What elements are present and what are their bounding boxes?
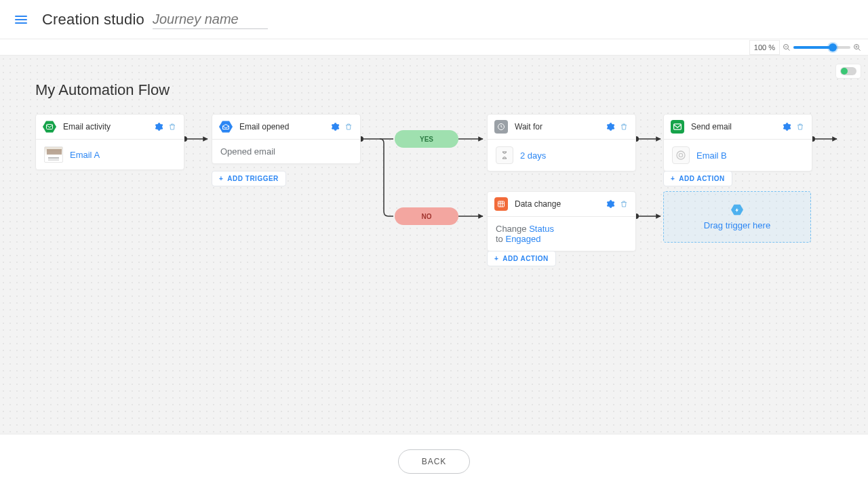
email-opened-icon xyxy=(219,120,233,134)
add-action-label: ADD ACTION xyxy=(502,255,548,262)
zoom-percent: 100 % xyxy=(749,40,780,55)
email-link[interactable]: Email A xyxy=(70,150,100,160)
node-title: Email activity xyxy=(63,122,154,131)
svg-rect-24 xyxy=(498,201,505,207)
add-action-button-2[interactable]: + ADD ACTION xyxy=(487,251,556,266)
node-title: Wait for xyxy=(515,122,606,131)
zoom-slider[interactable] xyxy=(793,46,850,49)
decision-yes[interactable]: YES xyxy=(395,130,458,148)
to-label: to xyxy=(496,234,503,244)
plus-icon: + xyxy=(671,175,675,182)
change-label: Change xyxy=(496,224,527,234)
trash-icon[interactable] xyxy=(795,122,805,131)
node-send-email[interactable]: Send email Email B xyxy=(663,114,812,171)
trash-icon[interactable] xyxy=(619,122,629,131)
email-thumbnail xyxy=(44,146,63,163)
change-field[interactable]: Status xyxy=(529,224,554,234)
add-action-button[interactable]: + ADD ACTION xyxy=(663,171,732,186)
zoom-bar: 100 % xyxy=(0,39,868,56)
node-data-change[interactable]: Data change Change Status to Engaged xyxy=(487,191,636,251)
data-change-icon xyxy=(494,197,508,211)
node-title: Email opened xyxy=(239,122,330,131)
node-wait-for[interactable]: Wait for 2 days xyxy=(487,114,636,171)
stats-toggle[interactable] xyxy=(835,64,861,79)
flow-canvas[interactable]: My Automation Flow xyxy=(0,56,868,434)
bottom-bar: BACK xyxy=(0,434,868,488)
back-button[interactable]: BACK xyxy=(398,449,471,474)
gear-icon[interactable] xyxy=(154,122,163,131)
email-link[interactable]: Email B xyxy=(696,150,727,161)
node-title: Send email xyxy=(691,122,782,131)
hourglass-icon xyxy=(496,146,513,164)
zoom-in-icon[interactable] xyxy=(853,43,861,52)
clock-icon xyxy=(494,120,508,134)
zoom-out-icon[interactable] xyxy=(783,43,791,52)
gear-icon[interactable] xyxy=(330,122,340,131)
drop-label: Drag trigger here xyxy=(704,220,770,230)
gear-icon[interactable] xyxy=(782,122,791,131)
svg-point-22 xyxy=(677,151,685,159)
change-value[interactable]: Engaged xyxy=(505,234,540,244)
node-title: Data change xyxy=(515,199,606,209)
node-email-opened[interactable]: Email opened Opened email xyxy=(212,114,361,164)
gear-icon[interactable] xyxy=(606,122,615,131)
gear-icon[interactable] xyxy=(606,199,615,209)
email-placeholder-icon xyxy=(672,146,690,164)
send-email-icon xyxy=(671,120,684,134)
decision-no[interactable]: NO xyxy=(395,207,458,225)
node-email-activity[interactable]: Email activity Email A xyxy=(35,114,184,170)
svg-rect-21 xyxy=(674,124,682,129)
trash-icon[interactable] xyxy=(167,122,177,131)
svg-line-4 xyxy=(859,48,861,50)
page-title: Creation studio xyxy=(42,11,144,28)
add-trigger-label: ADD TRIGGER xyxy=(227,175,279,182)
journey-name-input[interactable] xyxy=(153,10,268,29)
trash-icon[interactable] xyxy=(344,122,353,131)
flow-title: My Automation Flow xyxy=(35,81,170,99)
top-bar: Creation studio xyxy=(0,0,868,39)
add-trigger-button[interactable]: + ADD TRIGGER xyxy=(212,171,286,186)
wait-duration[interactable]: 2 days xyxy=(520,150,546,161)
connectors xyxy=(0,56,868,434)
add-action-label: ADD ACTION xyxy=(679,175,724,182)
svg-line-1 xyxy=(788,48,790,50)
node-content: Opened email xyxy=(220,146,275,157)
trigger-hex-icon xyxy=(731,204,743,216)
drop-trigger-target[interactable]: Drag trigger here xyxy=(663,191,811,243)
email-activity-icon xyxy=(43,120,56,134)
svg-rect-19 xyxy=(47,125,53,129)
svg-point-23 xyxy=(679,153,682,157)
plus-icon: + xyxy=(219,175,223,182)
menu-icon[interactable] xyxy=(11,12,31,28)
plus-icon: + xyxy=(494,255,498,262)
trash-icon[interactable] xyxy=(619,199,629,209)
